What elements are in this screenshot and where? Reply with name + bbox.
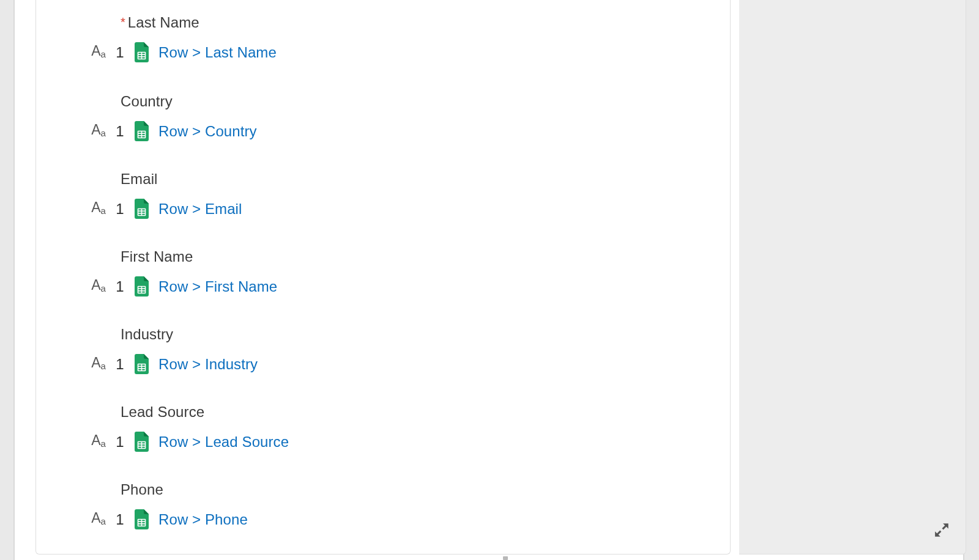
- step-number: 1: [116, 201, 124, 218]
- field-label: Phone: [121, 481, 163, 498]
- field-value-row[interactable]: Aa 1 Row > Last Name: [90, 42, 277, 63]
- field-label: Email: [121, 171, 158, 187]
- mapping-link[interactable]: Row > Last Name: [158, 44, 277, 61]
- field-value-row[interactable]: Aa 1 Row > Email: [90, 199, 242, 219]
- field-mapping-panel: *Last Name Aa 1 Row > Last Name *Country…: [35, 0, 731, 554]
- mapping-link[interactable]: Row > Industry: [158, 356, 258, 373]
- step-number: 1: [116, 356, 124, 373]
- field-label: First Name: [121, 248, 193, 265]
- field-label-row: *First Name: [121, 248, 193, 266]
- google-sheets-icon: [133, 276, 150, 297]
- step-number: 1: [116, 44, 124, 61]
- text-type-icon: Aa: [90, 123, 107, 140]
- step-number: 1: [116, 433, 124, 451]
- field-label-row: *Lead Source: [121, 403, 204, 421]
- google-sheets-icon: [133, 354, 150, 375]
- field-label-row: *Country: [121, 93, 173, 111]
- field-label-row: *Last Name: [121, 14, 199, 32]
- mapping-link[interactable]: Row > Phone: [158, 511, 248, 528]
- google-sheets-icon: [133, 42, 150, 63]
- field-value-row[interactable]: Aa 1 Row > Lead Source: [90, 432, 289, 452]
- step-number: 1: [116, 123, 124, 140]
- required-marker: *: [121, 15, 125, 29]
- text-type-icon: Aa: [90, 356, 107, 373]
- app-frame: *Last Name Aa 1 Row > Last Name *Country…: [13, 0, 964, 560]
- field-label-row: *Email: [121, 171, 158, 188]
- mapping-link[interactable]: Row > Email: [158, 201, 242, 218]
- google-sheets-icon: [133, 432, 150, 452]
- expand-button[interactable]: [932, 521, 951, 539]
- field-value-row[interactable]: Aa 1 Row > Industry: [90, 354, 258, 375]
- google-sheets-icon: [133, 199, 150, 219]
- field-label: Industry: [121, 326, 173, 342]
- field-label-row: *Industry: [121, 326, 173, 344]
- mapping-link[interactable]: Row > Lead Source: [158, 433, 289, 451]
- resize-handle[interactable]: [503, 556, 508, 560]
- text-type-icon: Aa: [90, 278, 107, 295]
- field-label-row: *Phone: [121, 481, 163, 499]
- step-number: 1: [116, 511, 124, 528]
- mapping-link[interactable]: Row > Country: [158, 123, 257, 140]
- field-label: Lead Source: [121, 403, 204, 420]
- field-value-row[interactable]: Aa 1 Row > Country: [90, 121, 257, 142]
- expand-icon: [934, 522, 950, 538]
- text-type-icon: Aa: [90, 201, 107, 218]
- text-type-icon: Aa: [90, 511, 107, 528]
- field-label: Last Name: [128, 14, 199, 31]
- text-type-icon: Aa: [90, 44, 107, 61]
- text-type-icon: Aa: [90, 433, 107, 451]
- field-label: Country: [121, 93, 173, 109]
- step-number: 1: [116, 278, 124, 295]
- google-sheets-icon: [133, 509, 150, 530]
- mapping-link[interactable]: Row > First Name: [158, 278, 277, 295]
- side-panel: [739, 0, 966, 554]
- google-sheets-icon: [133, 121, 150, 142]
- field-value-row[interactable]: Aa 1 Row > Phone: [90, 509, 248, 530]
- field-value-row[interactable]: Aa 1 Row > First Name: [90, 276, 277, 297]
